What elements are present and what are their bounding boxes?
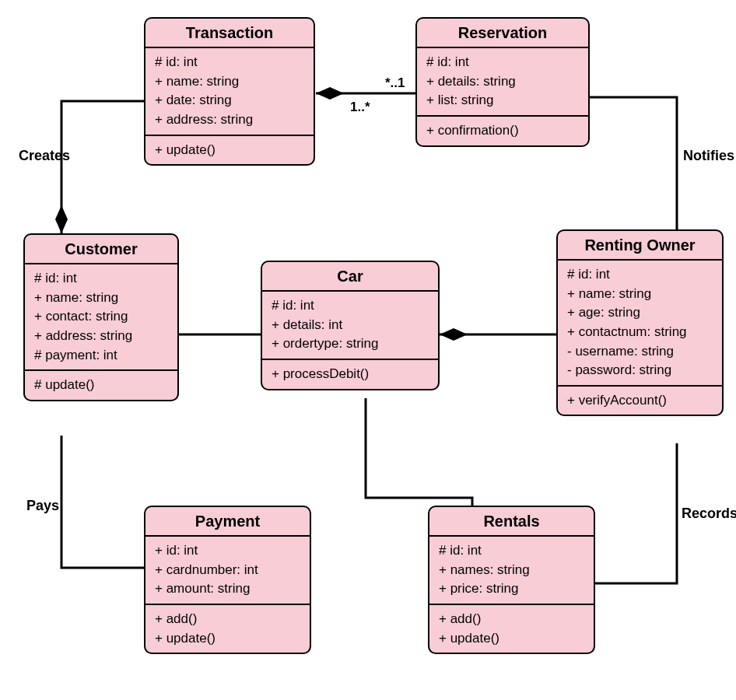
attribute: + cardnumber: int [155,561,302,580]
class-renting-owner: Renting Owner # id: int + name: string +… [556,229,724,416]
attribute: # payment: int [34,346,170,366]
class-title: Customer [25,235,177,264]
attribute: + details: string [426,72,580,92]
attribute: # id: int [567,265,714,285]
class-attributes: # id: int + names: string + price: strin… [429,537,594,604]
multiplicity-label: *..1 [385,75,405,91]
method: + add() [155,610,302,629]
multiplicity-label: 1..* [350,100,370,115]
class-methods: + processDebit() [262,359,438,389]
attribute: + name: string [567,285,714,304]
method: + update() [439,629,586,649]
method: + add() [439,610,586,629]
class-title: Reservation [417,19,588,48]
attribute: + names: string [439,561,586,580]
attribute: - username: string [567,342,714,362]
attribute: + price: string [439,579,586,599]
attribute: + ordertype: string [272,334,430,354]
method: # update() [34,376,170,395]
svg-marker-0 [55,205,68,233]
class-attributes: # id: int + details: int + ordertype: st… [262,292,438,359]
relationship-label-pays: Pays [26,498,59,514]
svg-marker-1 [316,87,344,100]
class-attributes: # id: int + details: string + list: stri… [417,48,588,115]
class-payment: Payment + id: int + cardnumber: int + am… [144,506,311,654]
class-methods: + add() + update() [145,604,310,653]
attribute: + address: string [34,327,170,346]
class-reservation: Reservation # id: int + details: string … [415,17,590,147]
class-attributes: # id: int + name: string + date: string … [145,48,314,135]
class-title: Rentals [429,507,594,537]
class-customer: Customer # id: int + name: string + cont… [23,233,179,401]
class-attributes: # id: int + name: string + age: string +… [558,261,722,385]
method: + update() [155,629,302,649]
attribute: # id: int [155,53,306,72]
class-methods: + verifyAccount() [558,385,722,415]
class-title: Transaction [145,19,314,48]
class-methods: + add() + update() [429,604,594,653]
relationship-label-creates: Creates [19,148,70,164]
class-methods: + confirmation() [417,115,588,145]
attribute: + age: string [567,303,714,323]
relationship-label-records: Records [682,506,736,522]
class-car: Car # id: int + details: int + ordertype… [261,261,440,390]
class-title: Car [262,262,438,292]
class-transaction: Transaction # id: int + name: string + d… [144,17,315,166]
class-title: Renting Owner [558,231,722,261]
attribute: # id: int [34,269,170,289]
attribute: + id: int [155,541,302,561]
attribute: + details: int [272,316,430,335]
attribute: - password: string [567,361,714,380]
attribute: + date: string [155,91,306,110]
svg-marker-2 [440,328,468,341]
attribute: + contact: string [34,307,170,327]
class-methods: # update() [25,369,177,400]
attribute: + amount: string [155,579,302,599]
attribute: + list: string [426,91,580,110]
method: + confirmation() [426,121,580,141]
method: + verifyAccount() [567,391,714,411]
class-attributes: + id: int + cardnumber: int + amount: st… [145,537,310,604]
attribute: + address: string [155,110,306,130]
attribute: + contactnum: string [567,323,714,342]
class-title: Payment [145,507,310,537]
relationship-label-notifies: Notifies [683,148,734,164]
class-rentals: Rentals # id: int + names: string + pric… [428,506,595,654]
attribute: # id: int [272,296,430,316]
attribute: # id: int [426,53,580,72]
attribute: + name: string [155,72,306,92]
class-attributes: # id: int + name: string + contact: stri… [25,264,177,369]
attribute: # id: int [439,541,586,561]
class-methods: + update() [145,135,314,165]
method: + processDebit() [272,365,430,384]
method: + update() [155,141,306,160]
attribute: + name: string [34,289,170,308]
